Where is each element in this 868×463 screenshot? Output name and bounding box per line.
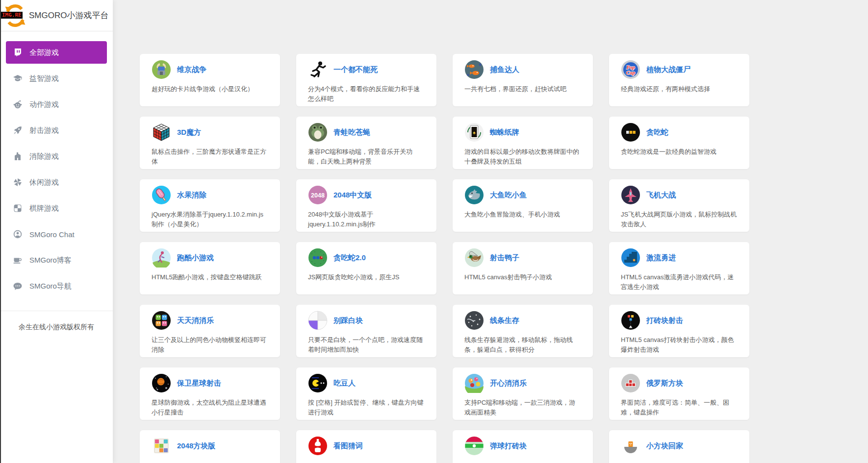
game-card[interactable]: 20482048中文版2048中文版小游戏基于jquery.1.10.2.min… xyxy=(296,179,436,232)
game-description: HTML5 canvas激流勇进小游戏代码，迷宫逃生小游戏 xyxy=(621,272,738,292)
game-card[interactable]: 飞机大战JS飞机大战网页版小游戏，鼠标控制战机攻击敌人 xyxy=(609,179,749,232)
brick-shoot-icon xyxy=(621,311,640,330)
game-title-link[interactable]: 维京战争 xyxy=(177,65,206,74)
game-card-header: 青蛙吃苍蝇 xyxy=(308,122,425,142)
game-card[interactable]: 看图猜词 xyxy=(296,430,436,463)
game-description: 2048中文版小游戏基于jquery.1.10.2.min.js制作 xyxy=(308,210,425,229)
game-card[interactable]: 开心消消乐支持PC端和移动端，一款三消游戏，游戏画面精美 xyxy=(453,367,593,420)
game-card[interactable]: 别踩白块只要不是白块，一个个点吧，游戏速度随着时间增加而加快 xyxy=(296,305,436,357)
game-title-link[interactable]: 贪吃蛇2.0 xyxy=(333,253,366,263)
rubiks-cube-icon xyxy=(152,122,171,142)
game-card[interactable]: 小方块回家 xyxy=(609,430,749,463)
game-title-link[interactable]: 大鱼吃小鱼 xyxy=(490,191,527,200)
game-title-link[interactable]: 2048中文版 xyxy=(333,191,372,200)
game-title-link[interactable]: 弹球打砖块 xyxy=(490,441,527,451)
game-card-header: 大鱼吃小鱼 xyxy=(464,185,581,205)
sidebar-item-益智游戏[interactable]: 益智游戏 xyxy=(6,67,107,90)
game-card[interactable]: 水果消除jQuery水果消除基于jquery.1.10.2.min.js制作（小… xyxy=(140,179,280,232)
game-description: JS网页版贪吃蛇小游戏，原生JS xyxy=(308,272,425,282)
game-title-link[interactable]: 射击鸭子 xyxy=(490,253,519,263)
game-card[interactable]: 贪吃蛇2.0JS网页版贪吃蛇小游戏，原生JS xyxy=(296,242,436,294)
game-card[interactable]: 大鱼吃小鱼大鱼吃小鱼冒险游戏、手机小游戏 xyxy=(453,179,593,232)
game-card[interactable]: 射击鸭子HTML5 canvas射击鸭子小游戏 xyxy=(453,242,593,294)
game-title-link[interactable]: 2048方块版 xyxy=(177,441,215,451)
game-card[interactable]: 2048方块版 xyxy=(140,430,280,463)
svg-text:2048: 2048 xyxy=(311,192,325,199)
sidebar-item-棋牌游戏[interactable]: 棋牌游戏 xyxy=(6,197,107,219)
game-title-link[interactable]: 3D魔方 xyxy=(177,128,201,137)
game-description: 游戏的目标以最少的移动次数将牌面中的十叠牌及待发的五组 xyxy=(464,147,581,167)
game-title-link[interactable]: 开心消消乐 xyxy=(490,379,527,388)
game-description: 兼容PC端和移动端，背景音乐开关功能，白天晚上两种背景 xyxy=(308,147,425,167)
sidebar-item-SMGoro导航[interactable]: SMGoro导航 xyxy=(6,275,107,297)
game-title-link[interactable]: 一个都不能死 xyxy=(333,65,378,74)
sidebar-item-射击游戏[interactable]: 射击游戏 xyxy=(6,119,107,142)
game-title-link[interactable]: 跑酷小游戏 xyxy=(177,253,214,263)
main-content: 维京战争超好玩的卡片战争游戏（小星汉化）一个都不能死分为4个模式，看看你的反应能… xyxy=(113,0,868,463)
game-card[interactable]: ♠蜘蛛纸牌游戏的目标以最少的移动次数将牌面中的十叠牌及待发的五组 xyxy=(453,117,593,169)
game-title-link[interactable]: 俄罗斯方块 xyxy=(646,379,683,388)
game-card[interactable]: 贪吃蛇贪吃蛇游戏是一款经典的益智游戏 xyxy=(609,117,749,169)
viking-icon xyxy=(152,60,171,79)
sidebar-item-动作游戏[interactable]: 动作游戏 xyxy=(6,93,107,116)
game-card-header: 激流勇进 xyxy=(621,248,738,268)
game-title-link[interactable]: 激流勇进 xyxy=(646,253,676,263)
houzz-icon xyxy=(13,151,23,161)
game-card[interactable]: 跑酷小游戏HTML5跑酷小游戏，按键盘空格键跳跃 xyxy=(140,242,280,294)
sidebar-item-休闲游戏[interactable]: 休闲游戏 xyxy=(6,171,107,194)
game-title-link[interactable]: 别踩白块 xyxy=(333,316,363,325)
game-title-link[interactable]: 青蛙吃苍蝇 xyxy=(333,128,370,137)
sidebar-item-SMGoro Chat[interactable]: SMGoro Chat xyxy=(6,223,107,245)
sidebar-item-label: SMGoro博客 xyxy=(29,256,72,265)
game-card[interactable]: 一个都不能死分为4个模式，看看你的反应能力和手速怎么样吧 xyxy=(296,54,436,106)
game-card[interactable]: 线条生存线条生存躲避游戏，移动鼠标，拖动线条，躲避白点，获得积分 xyxy=(453,305,593,357)
grid-2048-icon xyxy=(152,436,171,456)
game-title-link[interactable]: 蜘蛛纸牌 xyxy=(490,128,519,137)
game-card[interactable]: 激流勇进HTML5 canvas激流勇进小游戏代码，迷宫逃生小游戏 xyxy=(609,242,749,294)
game-card[interactable]: 天天消消乐让三个及以上的同色小动物横竖相连即可消除 xyxy=(140,305,280,357)
sidebar-item-label: SMGoro导航 xyxy=(29,282,72,291)
game-title-link[interactable]: 天天消消乐 xyxy=(177,316,214,325)
logo[interactable]: IMG.RE SMGORO小游戏平台 xyxy=(0,0,113,31)
game-title-link[interactable]: 捕鱼达人 xyxy=(490,65,519,74)
game-title-link[interactable]: 植物大战僵尸 xyxy=(646,65,690,74)
game-title-link[interactable]: 保卫星球射击 xyxy=(177,379,221,388)
game-description: jQuery水果消除基于jquery.1.10.2.min.js制作（小星美化） xyxy=(152,210,268,229)
sidebar-item-全部游戏[interactable]: 全部游戏 xyxy=(6,41,107,64)
sidebar-item-消除游戏[interactable]: 消除游戏 xyxy=(6,145,107,168)
sidebar-item-label: 消除游戏 xyxy=(29,152,59,161)
game-card[interactable]: PopCap植物大战僵尸经典游戏还原，有两种模式选择 xyxy=(609,54,749,106)
game-card[interactable]: 弹球打砖块 xyxy=(453,430,593,463)
game-card-header: 贪吃蛇 xyxy=(621,122,738,142)
twitch-icon xyxy=(13,48,23,57)
game-title-link[interactable]: 线条生存 xyxy=(490,316,519,325)
game-card[interactable]: 捕鱼达人一共有七档，界面还原，赶快试试吧 xyxy=(453,54,593,106)
game-title-link[interactable]: 水果消除 xyxy=(177,191,206,200)
game-card-header: 射击鸭子 xyxy=(464,248,581,268)
sidebar-item-SMGoro博客[interactable]: SMGoro博客 xyxy=(6,249,107,271)
game-description: HTML5 canvas射击鸭子小游戏 xyxy=(464,272,581,282)
svg-text:♠: ♠ xyxy=(473,130,476,135)
bottle-icon xyxy=(308,436,328,456)
game-card[interactable]: 保卫星球射击星球防御游戏，太空战机为阻止星球遭遇小行星撞击 xyxy=(140,367,280,420)
game-card[interactable]: 打砖块射击HTML5 canvas打砖块射击小游戏，颜色爆炸射击游戏 xyxy=(609,305,749,357)
game-title-link[interactable]: 看图猜词 xyxy=(333,441,363,451)
game-card-header: 线条生存 xyxy=(464,311,581,330)
game-card[interactable]: 维京战争超好玩的卡片战争游戏（小星汉化） xyxy=(140,54,280,106)
game-title-link[interactable]: 飞机大战 xyxy=(646,191,676,200)
sidebar-item-label: 益智游戏 xyxy=(29,74,59,83)
game-card-header: 小方块回家 xyxy=(621,436,738,456)
game-description: 让三个及以上的同色小动物横竖相连即可消除 xyxy=(152,335,268,355)
game-card[interactable]: 3D魔方鼠标点击操作，三阶魔方形状通常是正方体 xyxy=(140,117,280,169)
game-card[interactable]: 吃豆人按 [空格] 开始或暂停、继续，键盘方向键进行游戏 xyxy=(296,367,436,420)
game-title-link[interactable]: 打砖块射击 xyxy=(646,316,683,325)
game-title-link[interactable]: 小方块回家 xyxy=(646,441,683,451)
game-description: 超好玩的卡片战争游戏（小星汉化） xyxy=(152,84,268,94)
game-title-link[interactable]: 吃豆人 xyxy=(333,379,356,388)
game-card[interactable]: 俄罗斯方块界面简洁，难度可选：简单、一般、困难，键盘操作 xyxy=(609,367,749,420)
game-title-link[interactable]: 贪吃蛇 xyxy=(646,128,668,137)
playing-card-icon: ♠ xyxy=(464,122,484,142)
plane-icon xyxy=(621,185,640,205)
game-card[interactable]: 青蛙吃苍蝇兼容PC端和移动端，背景音乐开关功能，白天晚上两种背景 xyxy=(296,117,436,169)
game-card-header: ♠蜘蛛纸牌 xyxy=(464,122,581,142)
